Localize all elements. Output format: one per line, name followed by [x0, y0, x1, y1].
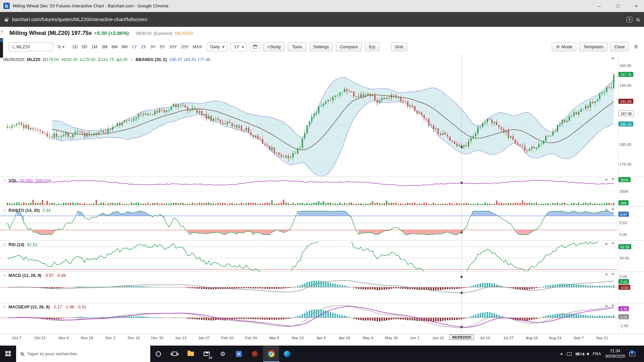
taskbar-search[interactable]: Taper ici pour rechercher — [16, 346, 150, 362]
calendar-icon — [253, 45, 257, 49]
page: ‹ Milling Wheat (MLZ20) 197.75s +5.50 (+… — [0, 27, 644, 346]
legend-ohlc-item: C181.75 — [98, 57, 114, 62]
axis-label: 180.00 — [620, 142, 631, 146]
range-9m[interactable]: 9M — [120, 44, 129, 50]
collapse-panel-icon[interactable] — [611, 273, 614, 275]
collapse-panel-icon[interactable] — [611, 305, 614, 307]
date-tick: Dec 30 — [151, 336, 163, 340]
date-tick: Apr 20 — [339, 336, 350, 340]
app-red-button[interactable] — [247, 346, 263, 362]
range-max[interactable]: MAX — [191, 44, 204, 50]
axis-label: 2.63 — [619, 279, 629, 284]
symbol-search-input[interactable]: MLZ20 — [9, 42, 53, 51]
edge-button[interactable] — [279, 346, 295, 362]
tray-time: 21:34 — [605, 349, 625, 354]
collapse-panel-icon[interactable] — [611, 243, 614, 245]
collapse-panel-icon[interactable] — [611, 58, 614, 60]
range-5y[interactable]: 5Y — [158, 44, 167, 50]
price-chart-canvas[interactable] — [0, 53, 644, 346]
minimize-button[interactable]: – — [592, 0, 607, 12]
range-1y[interactable]: 1Y — [130, 44, 139, 50]
close-study-icon[interactable]: × — [3, 208, 6, 213]
axis-label: 365K — [619, 177, 631, 182]
frequency-select[interactable]: Daily — [207, 42, 227, 51]
language-indicator[interactable]: FRA — [593, 352, 601, 356]
expand-panel-icon[interactable] — [605, 178, 608, 180]
legend-ohlc-item: H182.00 — [62, 57, 77, 62]
mode-button[interactable]: ⚙Mode — [552, 42, 576, 51]
expand-panel-icon[interactable] — [605, 305, 608, 307]
chrome-icon — [268, 350, 275, 357]
calendar-button[interactable] — [250, 42, 260, 51]
date-tick: Aug 10 — [526, 336, 538, 340]
task-view-icon — [172, 352, 177, 356]
close-study-icon[interactable]: × — [3, 178, 6, 183]
templates-button[interactable]: Templates — [579, 42, 607, 51]
chrome-button[interactable] — [263, 346, 279, 362]
lookback-select[interactable]: 1Y — [230, 42, 247, 51]
range-1m[interactable]: 1M — [90, 44, 99, 50]
date-tick: Nov 4 — [58, 336, 68, 340]
chart-type-selector[interactable]: ⇅ — [56, 42, 66, 51]
collapse-panel-icon[interactable] — [611, 208, 614, 210]
range-10y[interactable]: 10Y — [167, 44, 178, 50]
lock-icon[interactable] — [5, 19, 8, 21]
settings-button[interactable]: ⚙ — [215, 346, 231, 362]
cortana-icon — [156, 351, 161, 357]
translate-icon[interactable] — [627, 17, 632, 22]
address-bar: barchart.com/futures/quotes/MLZ20/intera… — [0, 12, 644, 27]
toolbar-button-compare[interactable]: Compare — [336, 42, 362, 51]
toolbar-button-fx[interactable]: f(x) — [365, 42, 379, 51]
study-value: -0.31 — [77, 305, 87, 309]
zoom-search-icon[interactable] — [636, 18, 639, 21]
axis-label: 200.00 — [620, 64, 631, 68]
close-study-icon[interactable]: × — [3, 304, 6, 309]
mail-button[interactable]: 15 — [199, 346, 215, 362]
volume-icon[interactable] — [586, 352, 589, 356]
range-buttons: 1D5D1M3M6M9M1Y2Y3Y5Y10Y20YMAX — [70, 44, 204, 50]
cortana-button[interactable] — [150, 346, 166, 362]
clear-button[interactable]: Clear — [610, 42, 629, 51]
menu-icon[interactable]: ≡ — [632, 43, 640, 51]
url-text[interactable]: barchart.com/futures/quotes/MLZ20/intera… — [12, 17, 623, 22]
toolbar-button-grid[interactable]: Grid — [391, 42, 408, 51]
file-explorer-button[interactable] — [182, 346, 199, 362]
range-2y[interactable]: 2Y — [139, 44, 148, 50]
range-6m[interactable]: 6M — [110, 44, 119, 50]
collapse-panel-chevron[interactable]: ‹ — [1, 28, 3, 34]
date-tick: Jul 27 — [503, 336, 514, 340]
close-study-icon[interactable]: × — [3, 273, 6, 278]
date-tick: Oct 21 — [35, 336, 46, 340]
toolbar-button-study[interactable]: +Study — [263, 42, 285, 51]
toolbar-button-settings[interactable]: Settings — [309, 42, 333, 51]
close-study-icon[interactable]: × — [130, 57, 133, 62]
range-20y[interactable]: 20Y — [179, 44, 190, 50]
legend-ohlc-item: L178.50 — [80, 57, 95, 62]
task-view-button[interactable] — [166, 346, 182, 362]
maximize-button[interactable]: □ — [610, 0, 626, 12]
study-label: BBANDS (20, 2) — [136, 57, 167, 62]
action-center-icon[interactable]: 2 — [629, 352, 635, 356]
expand-panel-icon[interactable] — [605, 273, 608, 275]
clock[interactable]: 21:34 30/09/2020 — [605, 349, 625, 359]
date-tick: May 4 — [363, 336, 373, 340]
display-tray-icon[interactable] — [567, 352, 572, 356]
tray-expand-icon[interactable] — [560, 353, 563, 355]
range-3m[interactable]: 3M — [100, 44, 109, 50]
close-button[interactable]: × — [629, 0, 644, 12]
close-study-icon[interactable]: × — [3, 242, 6, 247]
range-5d[interactable]: 5D — [80, 44, 89, 50]
battery-icon[interactable] — [576, 353, 581, 355]
range-1d[interactable]: 1D — [70, 44, 79, 50]
range-3y[interactable]: 3Y — [149, 44, 157, 50]
expand-panel-icon[interactable] — [605, 243, 608, 245]
start-button[interactable] — [0, 346, 16, 362]
expand-panel-icon[interactable] — [605, 208, 608, 210]
collapse-panel-icon[interactable] — [611, 178, 614, 180]
axis-label: 200K — [620, 189, 629, 193]
date-tick: Feb 10 — [221, 336, 233, 340]
frequency-value: Daily — [210, 44, 220, 49]
toolbar-button-tools[interactable]: Tools — [288, 42, 306, 51]
quote-header: Milling Wheat (MLZ20) 197.75s +5.50 (+2.… — [0, 27, 644, 40]
app-blue-button[interactable] — [231, 346, 247, 362]
